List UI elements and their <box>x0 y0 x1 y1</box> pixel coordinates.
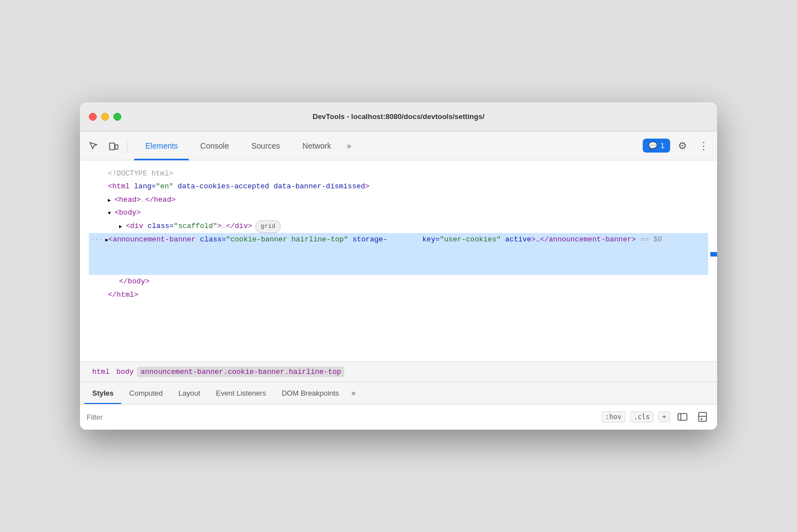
scaffold-class-attr: class= <box>148 220 174 232</box>
close-button[interactable] <box>89 113 97 121</box>
more-bottom-tabs[interactable]: » <box>347 382 360 404</box>
body-close-tag: </body> <box>119 275 150 288</box>
html-attrs: data-cookies-accepted data-banner-dismis… <box>173 180 365 193</box>
breadcrumb-html[interactable]: html <box>89 367 113 377</box>
html-attr-lang: lang= <box>134 180 156 193</box>
dom-tree: <!DOCTYPE html> <html lang="en" data-coo… <box>80 160 717 362</box>
scaffold-close: </div> <box>226 220 252 232</box>
gear-icon: ⚙ <box>678 140 687 152</box>
tab-network[interactable]: Network <box>291 131 342 160</box>
dom-line-announcement[interactable]: ··· ▶ <announcement-banner class="cookie… <box>89 233 708 275</box>
toolbar-right: 💬 1 ⚙ ⋮ <box>643 137 713 155</box>
dom-line-html-close: </html> <box>89 288 708 301</box>
dom-line-head[interactable]: ▶ <head>…</head> <box>89 193 708 206</box>
minimize-button[interactable] <box>101 113 109 121</box>
svg-rect-1 <box>115 145 118 149</box>
html-close-tag: </html> <box>108 288 139 301</box>
breadcrumb-announcement[interactable]: announcement-banner.cookie-banner.hairli… <box>137 367 344 377</box>
titlebar: DevTools - localhost:8080/docs/devtools/… <box>80 102 717 131</box>
selected-arrow <box>667 233 717 275</box>
add-style-button[interactable]: + <box>658 411 670 422</box>
inspect-button[interactable] <box>84 137 102 155</box>
html-close-bracket: > <box>365 180 369 193</box>
tab-elements[interactable]: Elements <box>134 131 189 160</box>
toolbar-separator <box>127 139 127 153</box>
filter-actions: :hov .cls + <box>601 409 710 425</box>
breadcrumb-body[interactable]: body <box>113 367 137 377</box>
scaffold-tag-open: <div <box>126 220 148 232</box>
devtools-window: DevTools - localhost:8080/docs/devtools/… <box>80 102 717 430</box>
svg-rect-3 <box>678 414 687 420</box>
announcement-indicator: == <box>636 233 653 246</box>
breadcrumb-bar: html body announcement-banner.cookie-ban… <box>80 362 717 382</box>
body-triangle[interactable]: ▼ <box>108 209 115 218</box>
maximize-button[interactable] <box>113 113 121 121</box>
badge-button[interactable]: 💬 1 <box>643 139 670 153</box>
badge-count: 1 <box>661 141 665 150</box>
tab-computed[interactable]: Computed <box>121 382 170 404</box>
filter-bar: :hov .cls + <box>80 405 717 430</box>
head-tag: <head> <box>115 193 141 206</box>
html-tag: <html <box>108 180 134 193</box>
svg-marker-2 <box>710 248 717 261</box>
scaffold-badge: grid <box>255 220 280 234</box>
svg-marker-7 <box>701 418 703 420</box>
announcement-class-attr: class= <box>200 233 226 246</box>
announcement-key-attr: key= <box>423 233 440 246</box>
device-icon <box>108 141 118 151</box>
html-attr-lang-val: "en" <box>156 180 173 193</box>
cls-button[interactable]: .cls <box>630 411 654 422</box>
tab-styles[interactable]: Styles <box>84 382 121 404</box>
badge-icon: 💬 <box>648 141 657 150</box>
settings-button[interactable]: ⚙ <box>673 137 691 155</box>
tab-console[interactable]: Console <box>189 131 240 160</box>
vertical-dots-icon: ⋮ <box>699 140 709 152</box>
dom-line-div-scaffold[interactable]: ▶ <div class="scaffold">…</div>grid <box>89 220 708 234</box>
head-ellipsis: … <box>141 193 145 206</box>
tab-layout[interactable]: Layout <box>170 382 208 404</box>
svg-rect-5 <box>699 412 706 421</box>
style-icon-2 <box>697 411 708 422</box>
inspect-icon <box>88 141 98 151</box>
more-options-button[interactable]: ⋮ <box>695 137 713 155</box>
announcement-active-attr: active <box>501 233 532 246</box>
style-icon-1 <box>677 411 688 422</box>
body-tag: <body> <box>115 206 141 219</box>
dom-line-body-open[interactable]: ▼ <body> <box>89 206 708 219</box>
dom-line-html[interactable]: <html lang="en" data-cookies-accepted da… <box>89 180 708 193</box>
traffic-lights <box>89 113 121 121</box>
announcement-dollar: $0 <box>653 233 662 246</box>
announcement-class-val: "cookie-banner hairline-top" <box>226 233 348 246</box>
svg-rect-0 <box>110 143 115 150</box>
hov-button[interactable]: :hov <box>601 411 625 422</box>
plus-icon: + <box>662 413 666 421</box>
filter-input[interactable] <box>87 413 597 421</box>
style-action-2[interactable] <box>695 409 710 425</box>
announcement-storage-attr: storage- <box>348 233 387 246</box>
head-close-tag: </head> <box>145 193 176 206</box>
tab-sources[interactable]: Sources <box>240 131 291 160</box>
window-title: DevTools - localhost:8080/docs/devtools/… <box>312 112 485 121</box>
toolbar: Elements Console Sources Network » 💬 1 ⚙ <box>80 131 717 160</box>
scaffold-ellipsis: … <box>222 220 226 232</box>
scaffold-class-val: "scaffold" <box>174 220 217 232</box>
announcement-close-bracket: >…</announcement-banner> <box>532 233 636 246</box>
selected-dots: ··· <box>90 233 103 246</box>
tab-dom-breakpoints[interactable]: DOM Breakpoints <box>274 382 347 404</box>
style-action-1[interactable] <box>675 409 690 425</box>
announcement-tag-open: <announcement-banner <box>108 233 200 246</box>
more-tabs-button[interactable]: » <box>342 131 355 160</box>
scaffold-triangle[interactable]: ▶ <box>119 222 126 231</box>
dom-line-body-close: </body> <box>89 275 708 288</box>
bottom-panel: Styles Computed Layout Event Listeners D… <box>80 382 717 430</box>
toolbar-tabs: Elements Console Sources Network » <box>134 131 355 160</box>
head-triangle[interactable]: ▶ <box>108 196 115 205</box>
announcement-key-val: "user-cookies" <box>440 233 501 246</box>
bottom-tabs: Styles Computed Layout Event Listeners D… <box>80 382 717 405</box>
device-toggle-button[interactable] <box>105 137 122 155</box>
main-content: <!DOCTYPE html> <html lang="en" data-coo… <box>80 160 717 430</box>
tab-event-listeners[interactable]: Event Listeners <box>208 382 274 404</box>
scaffold-bracket: > <box>217 220 222 232</box>
doctype-text: <!DOCTYPE html> <box>108 167 173 180</box>
dom-line-doctype: <!DOCTYPE html> <box>89 167 708 180</box>
